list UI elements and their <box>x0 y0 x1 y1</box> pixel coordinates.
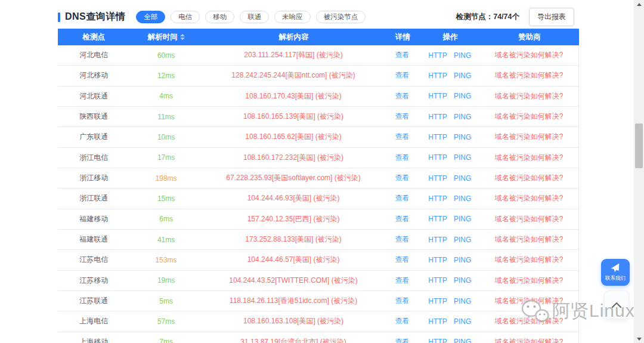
view-detail-link[interactable]: 查看 <box>395 174 409 182</box>
http-test-link[interactable]: HTTP <box>428 256 447 264</box>
http-test-link[interactable]: HTTP <box>428 113 447 121</box>
ping-test-link[interactable]: PING <box>454 215 471 223</box>
sort-icon[interactable] <box>180 34 185 40</box>
resolve-time: 153ms <box>129 256 202 264</box>
http-test-link[interactable]: HTTP <box>428 276 447 285</box>
view-detail-link[interactable]: 查看 <box>395 112 409 120</box>
ping-test-link[interactable]: PING <box>454 194 471 203</box>
sponsor-link[interactable]: 域名被污染如何解决? <box>495 194 564 202</box>
resolve-content: 118.184.26.113[香港51idc.com] (被污染) <box>203 296 385 306</box>
filter-tab-4[interactable]: 未响应 <box>274 11 311 24</box>
ping-test-link[interactable]: PING <box>454 153 471 162</box>
ping-test-link[interactable]: PING <box>454 133 471 141</box>
http-test-link[interactable]: HTTP <box>428 297 447 305</box>
back-to-top-button[interactable] <box>604 291 629 319</box>
chevron-up-icon <box>611 301 622 308</box>
sponsor-link[interactable]: 域名被污染如何解决? <box>495 276 564 285</box>
view-detail-link[interactable]: 查看 <box>395 235 409 243</box>
sponsor-link[interactable]: 域名被污染如何解决? <box>495 317 564 325</box>
ping-test-link[interactable]: PING <box>454 113 471 121</box>
contact-us-button[interactable]: 联系我们 <box>601 259 630 286</box>
http-test-link[interactable]: HTTP <box>428 153 447 162</box>
sponsor-link[interactable]: 域名被污染如何解决? <box>495 296 564 305</box>
http-test-link[interactable]: HTTP <box>428 72 447 80</box>
resolve-time: 6ms <box>129 215 202 223</box>
filter-tab-3[interactable]: 联通 <box>240 11 269 24</box>
scrollbar[interactable] <box>634 0 644 343</box>
view-detail-link[interactable]: 查看 <box>395 51 409 59</box>
ping-test-link[interactable]: PING <box>454 92 471 100</box>
sponsor-link[interactable]: 域名被污染如何解决? <box>495 71 564 79</box>
resolve-content: 31.13.87.19[台湾台北市] (被污染) <box>203 337 385 343</box>
sponsor-link[interactable]: 域名被污染如何解决? <box>495 153 564 162</box>
title-accent-bar <box>58 13 60 22</box>
sponsor-link[interactable]: 域名被污染如何解决? <box>495 215 564 223</box>
sponsor-link[interactable]: 域名被污染如何解决? <box>495 132 564 141</box>
http-test-link[interactable]: HTTP <box>428 317 447 326</box>
filter-tab-1[interactable]: 电信 <box>171 11 200 24</box>
http-test-link[interactable]: HTTP <box>428 133 447 141</box>
view-detail-link[interactable]: 查看 <box>395 255 409 264</box>
table-row: 浙江移动 198ms 67.228.235.93[美国softlayer.com… <box>58 168 578 189</box>
http-test-link[interactable]: HTTP <box>428 215 447 223</box>
http-test-link[interactable]: HTTP <box>428 236 447 244</box>
view-detail-link[interactable]: 查看 <box>395 276 409 285</box>
view-detail-link[interactable]: 查看 <box>395 92 409 100</box>
ping-test-link[interactable]: PING <box>454 51 471 60</box>
table-row: 江苏联通 5ms 118.184.26.113[香港51idc.com] (被污… <box>58 291 578 311</box>
node-name: 上海电信 <box>58 316 129 326</box>
sponsor-link[interactable]: 域名被污染如何解决? <box>495 235 564 243</box>
node-name: 江苏电信 <box>58 255 129 265</box>
table-row: 浙江电信 17ms 108.160.172.232[美国] (被污染) 查看 H… <box>58 148 578 168</box>
ping-test-link[interactable]: PING <box>454 338 471 343</box>
view-detail-link[interactable]: 查看 <box>395 194 409 202</box>
http-test-link[interactable]: HTTP <box>428 338 447 343</box>
view-detail-link[interactable]: 查看 <box>395 132 409 141</box>
ping-test-link[interactable]: PING <box>454 174 471 183</box>
sponsor-link[interactable]: 域名被污染如何解决? <box>495 255 564 264</box>
filter-tab-0[interactable]: 全部 <box>136 11 165 24</box>
view-detail-link[interactable]: 查看 <box>395 338 409 343</box>
ping-test-link[interactable]: PING <box>454 256 471 264</box>
node-name: 广东联通 <box>58 132 129 142</box>
node-name: 河北联通 <box>58 91 129 101</box>
resolve-time: 17ms <box>129 153 202 162</box>
table-row: 福建联通 41ms 173.252.88.133[美国] (被污染) 查看 HT… <box>58 230 578 250</box>
view-detail-link[interactable]: 查看 <box>395 71 409 79</box>
export-report-button[interactable]: 导出报表 <box>529 8 574 26</box>
scrollbar-thumb[interactable] <box>635 123 643 168</box>
table-row: 浙江联通 15ms 104.244.46.93[美国] (被污染) 查看 HTT… <box>58 189 578 209</box>
ping-test-link[interactable]: PING <box>454 276 471 285</box>
sponsor-link[interactable]: 域名被污染如何解决? <box>495 51 564 59</box>
http-test-link[interactable]: HTTP <box>428 92 447 100</box>
view-detail-link[interactable]: 查看 <box>395 215 409 223</box>
view-detail-link[interactable]: 查看 <box>395 153 409 162</box>
resolve-content: 67.228.235.93[美国softlayer.com] (被污染) <box>203 173 385 183</box>
node-name: 河北移动 <box>58 70 129 81</box>
resolve-time: 41ms <box>129 236 202 244</box>
http-test-link[interactable]: HTTP <box>428 174 447 183</box>
resolve-time: 7ms <box>129 338 202 343</box>
ping-test-link[interactable]: PING <box>454 236 471 244</box>
view-detail-link[interactable]: 查看 <box>395 317 409 325</box>
sponsor-link[interactable]: 域名被污染如何解决? <box>495 338 564 343</box>
sponsor-link[interactable]: 域名被污染如何解决? <box>495 92 564 100</box>
sponsor-link[interactable]: 域名被污染如何解决? <box>495 174 564 182</box>
sponsor-link[interactable]: 域名被污染如何解决? <box>495 112 564 120</box>
column-header-time-label: 解析时间 <box>148 32 178 42</box>
http-test-link[interactable]: HTTP <box>428 51 447 60</box>
scrollbar-down-arrow[interactable] <box>634 335 644 343</box>
scrollbar-up-arrow[interactable] <box>634 0 644 8</box>
filter-tab-2[interactable]: 移动 <box>205 11 234 24</box>
filter-tab-5[interactable]: 被污染节点 <box>316 11 366 24</box>
node-name: 福建移动 <box>58 214 129 224</box>
view-detail-link[interactable]: 查看 <box>395 296 409 305</box>
ping-test-link[interactable]: PING <box>454 297 471 305</box>
resolve-time: 5ms <box>129 297 202 305</box>
ping-test-link[interactable]: PING <box>454 72 471 80</box>
table-row: 福建移动 6ms 157.240.12.35[巴西] (被污染) 查看 HTTP… <box>58 209 578 230</box>
ping-test-link[interactable]: PING <box>454 317 471 326</box>
http-test-link[interactable]: HTTP <box>428 194 447 203</box>
node-count-label: 检测节点：74/74个 <box>456 12 519 22</box>
resolve-content: 203.111.254.117[韩国] (被污染) <box>203 50 385 60</box>
